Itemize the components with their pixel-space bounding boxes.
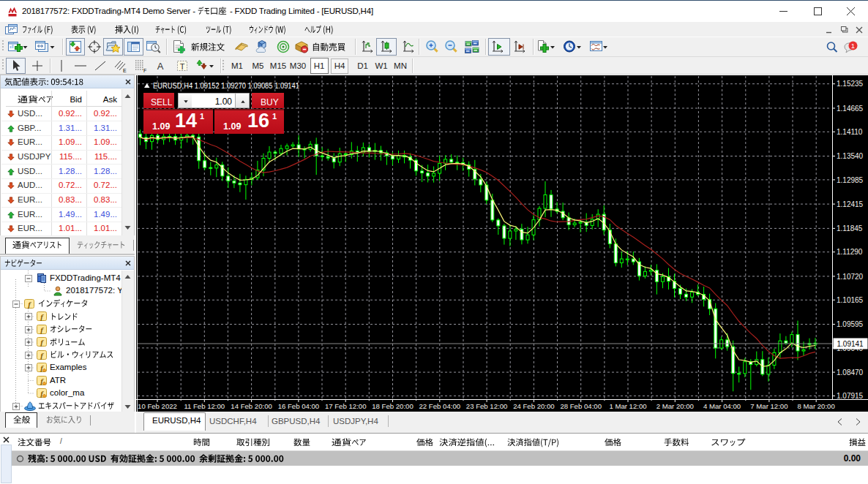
svg-text:22 Feb 04:00: 22 Feb 04:00 [419,402,461,410]
svg-text:1.09595: 1.09595 [837,320,864,328]
svg-text:2 Mar 20:00: 2 Mar 20:00 [656,402,694,410]
svg-text:1.12985: 1.12985 [837,176,864,184]
svg-text:1.11845: 1.11845 [837,224,863,232]
svg-text:1.07915: 1.07915 [837,392,864,400]
svg-text:8 Mar 20:00: 8 Mar 20:00 [798,402,835,410]
svg-text:16 Feb 04:00: 16 Feb 04:00 [278,402,320,410]
svg-text:1.08470: 1.08470 [837,368,864,377]
svg-text:17 Feb 12:00: 17 Feb 12:00 [325,402,367,410]
svg-text:18 Feb 20:00: 18 Feb 20:00 [372,402,414,410]
svg-text:4 Mar 04:00: 4 Mar 04:00 [703,402,741,410]
svg-text:10 Feb 2022: 10 Feb 2022 [138,402,177,410]
svg-text:24 Feb 20:00: 24 Feb 20:00 [513,402,555,410]
svg-text:1.13540: 1.13540 [837,152,864,160]
svg-text:1.12415: 1.12415 [837,200,864,208]
svg-text:14 Feb 20:00: 14 Feb 20:00 [231,402,272,410]
svg-text:1 Mar 12:00: 1 Mar 12:00 [609,402,646,410]
svg-text:1.15235: 1.15235 [837,80,864,88]
svg-text:1.14665: 1.14665 [837,105,864,113]
svg-text:23 Feb 12:00: 23 Feb 12:00 [466,402,508,410]
svg-text:1.11290: 1.11290 [837,248,863,256]
svg-text:1.14110: 1.14110 [837,128,863,136]
svg-text:1.10720: 1.10720 [837,273,864,281]
svg-text:11 Feb 12:00: 11 Feb 12:00 [184,402,225,410]
svg-text:28 Feb 04:00: 28 Feb 04:00 [560,402,602,410]
svg-text:1.10165: 1.10165 [837,296,864,304]
svg-text:1.09141: 1.09141 [837,340,864,348]
svg-text:EURUSD,H4 1.09152 1.09270 1.0: EURUSD,H4 1.09152 1.09270 1.09085 1.0914… [153,81,299,90]
svg-text:7 Mar 12:00: 7 Mar 12:00 [750,402,787,410]
